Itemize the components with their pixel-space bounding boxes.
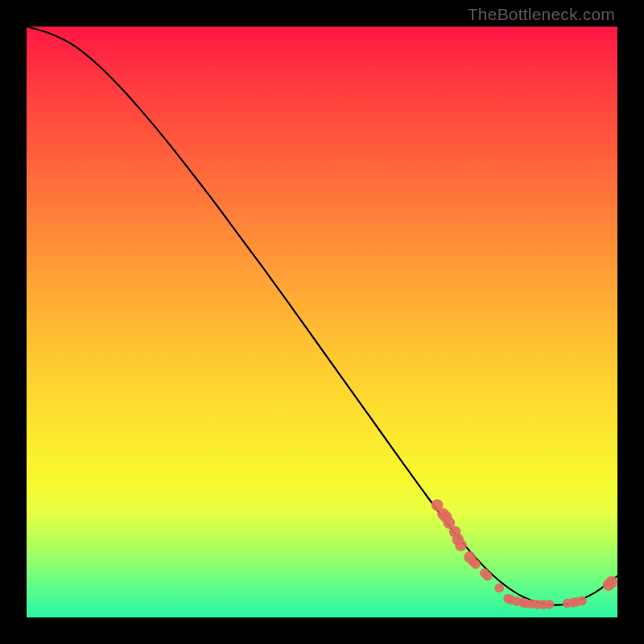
marker-dot: [494, 583, 504, 592]
marker-points: [431, 499, 617, 609]
watermark-text: TheBottleneck.com: [468, 5, 615, 24]
marker-dot: [471, 559, 481, 569]
chart-frame: TheBottleneck.com: [0, 0, 644, 644]
marker-dot: [483, 572, 493, 581]
marker-dot: [455, 539, 467, 551]
bottleneck-curve: [27, 27, 617, 605]
marker-dot: [577, 597, 587, 606]
marker-dot: [605, 576, 617, 588]
marker-dot: [545, 600, 555, 609]
plot-area: [27, 27, 617, 617]
curve-svg: [27, 27, 617, 617]
